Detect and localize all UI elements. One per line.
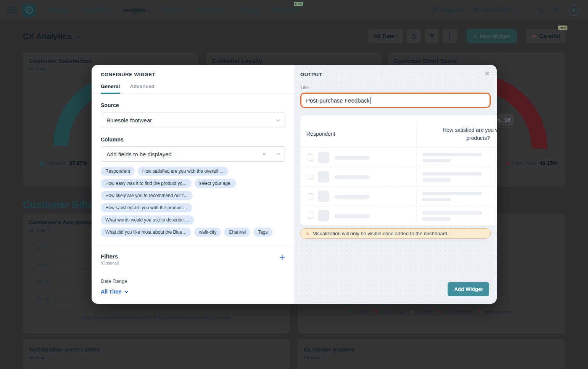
chevron-down-icon <box>183 9 185 11</box>
close-icon[interactable]: ✕ <box>485 70 490 78</box>
nav-divider <box>528 5 528 15</box>
card-title: Customer journey <box>304 346 354 353</box>
card-time-filter[interactable]: All Time <box>304 355 324 360</box>
card-time-filter[interactable]: All Time <box>29 355 49 360</box>
upgrade-button[interactable]: Upgrade <box>431 6 464 14</box>
column-header-respondent: Respondent <box>306 131 335 137</box>
add-filter-button[interactable]: + <box>279 253 285 261</box>
chevron-down-icon <box>124 289 128 293</box>
nav-item-storefront[interactable]: StorefrontNew <box>271 7 299 13</box>
row-checkbox[interactable] <box>308 193 314 199</box>
table-row <box>300 167 497 186</box>
avatar-skeleton <box>318 171 329 183</box>
date-range-label: Date Range <box>101 278 285 284</box>
nav-item-insights[interactable]: Insights <box>123 7 149 13</box>
funnel-stage-label: 15 - 20 <box>37 245 79 250</box>
table-row <box>300 148 497 167</box>
nav-item-contacts[interactable]: Contacts <box>198 7 226 13</box>
legend-dot-satisfied <box>40 162 43 165</box>
column-chip[interactable]: What did you like most about the Blue… <box>101 228 191 237</box>
column-chip[interactable]: How easy was it to find the product yo… <box>101 179 192 188</box>
notifications-bell-icon[interactable] <box>537 6 545 14</box>
column-chip[interactable]: select your age. <box>195 179 236 188</box>
nav-item-surveys[interactable]: Surveys <box>47 7 69 13</box>
column-chip[interactable]: How satisfied are you with the overall … <box>138 167 228 176</box>
brand-logo[interactable]: ✓ <box>22 3 36 17</box>
app-screen: ✓ SurveysTemplatesInsightsTicketsContact… <box>0 0 588 369</box>
journey-chart-legend: Friendsocial mediawebsiteadvertisementfa… <box>298 310 565 314</box>
field-divider <box>271 151 271 157</box>
funnel-stage-label: 25 - 30 <box>37 279 79 284</box>
column-chip[interactable]: Tags <box>253 228 272 237</box>
dashboard-title[interactable]: CX Analytics <box>23 32 81 41</box>
source-select[interactable]: Bluesole footwear <box>101 112 285 128</box>
legend-item-website: website <box>411 310 432 314</box>
card-time-filter[interactable]: All Time <box>29 228 49 233</box>
clear-icon[interactable]: ✕ <box>261 151 268 157</box>
new-widget-button[interactable]: +New Widget <box>467 29 517 43</box>
avatar-skeleton <box>318 152 329 163</box>
more-options-button[interactable] <box>443 29 457 43</box>
chevron-down-icon <box>47 229 49 231</box>
filters-optional-note: (Optional) <box>101 261 119 265</box>
column-chip[interactable]: What words would you use to describe … <box>101 215 194 225</box>
nav-item-templates[interactable]: Templates <box>82 7 110 13</box>
legend-dot <box>478 310 481 313</box>
date-range-dropdown[interactable]: All Time <box>101 289 285 295</box>
chevron-down-icon[interactable] <box>277 152 280 155</box>
copilot-button[interactable]: ✦ Co-pilot New <box>526 29 566 43</box>
legend-dot <box>375 310 378 313</box>
card-time-filter[interactable]: All Time <box>29 67 49 71</box>
column-chip[interactable]: Channel <box>224 228 250 237</box>
column-chip[interactable]: How likely are you to recommend our f… <box>101 191 193 200</box>
row-checkbox[interactable] <box>308 174 314 180</box>
warning-text: Visualization will only be visible once … <box>313 231 449 236</box>
chevron-down-icon <box>396 34 398 37</box>
column-chip[interactable]: How satisfied are you with the product… <box>101 203 192 212</box>
tab-general[interactable]: General <box>101 83 120 94</box>
legend-item-family-member: family member <box>478 310 512 314</box>
schedule-button[interactable]: ◷ <box>407 29 421 43</box>
legend-dot <box>350 310 353 313</box>
table-row <box>300 186 497 206</box>
time-filter-dropdown[interactable]: All Time <box>368 29 403 43</box>
effort-legend: High Effort: 46.15% <box>506 160 557 166</box>
text-skeleton <box>335 195 370 199</box>
need-help-menu[interactable]: Need help? <box>473 6 519 14</box>
chevron-down-icon <box>517 8 519 11</box>
source-label: Source <box>101 102 285 108</box>
alarm-clock-icon: ◷ <box>411 33 417 39</box>
filters-label: Filters <box>101 253 119 260</box>
text-cursor <box>370 97 371 104</box>
row-checkbox[interactable] <box>308 213 314 219</box>
columns-field[interactable]: Add fields to be displayed ✕ <box>101 146 285 162</box>
legend-item-social-media: social media <box>375 310 404 314</box>
user-avatar[interactable]: K <box>569 5 580 16</box>
legend-value: 37.97% <box>69 160 87 166</box>
filter-button[interactable] <box>425 29 439 43</box>
table-header-row: Respondent How satisfied are you with th… <box>300 116 497 148</box>
tab-advanced[interactable]: Advanced <box>130 83 155 93</box>
row-checkbox[interactable] <box>308 154 314 160</box>
table-row <box>300 206 497 225</box>
columns-label: Columns <box>101 136 285 143</box>
widget-title-input[interactable]: Post-purchase Feedback <box>300 93 491 108</box>
avatar-skeleton <box>318 191 329 202</box>
column-chip[interactable]: Respondent <box>101 167 135 176</box>
widget-preview-table: Respondent How satisfied are you with th… <box>300 116 497 225</box>
legend-value: 46.15% <box>540 160 557 166</box>
configure-tabs: General Advanced <box>92 83 294 94</box>
nav-item-library[interactable]: Library <box>239 7 258 13</box>
card-satisfaction-cities: Satisfaction across cities All Time 24 <box>23 339 290 369</box>
settings-gear-icon[interactable]: ⚙ <box>554 7 559 13</box>
section-divider <box>92 247 294 247</box>
text-skeleton <box>422 211 482 215</box>
legend-dot <box>411 310 414 313</box>
add-widget-button[interactable]: Add Widget <box>448 282 489 296</box>
filters-section: Filters (Optional) + <box>101 253 285 265</box>
hamburger-menu-icon[interactable] <box>8 7 16 13</box>
column-chip[interactable]: walk-city <box>194 228 221 237</box>
chevron-down-icon <box>322 356 324 358</box>
nav-item-tickets[interactable]: Tickets <box>162 7 185 13</box>
page-header: CX Analytics All Time ◷ +New Widget ✦ Co… <box>0 20 588 52</box>
